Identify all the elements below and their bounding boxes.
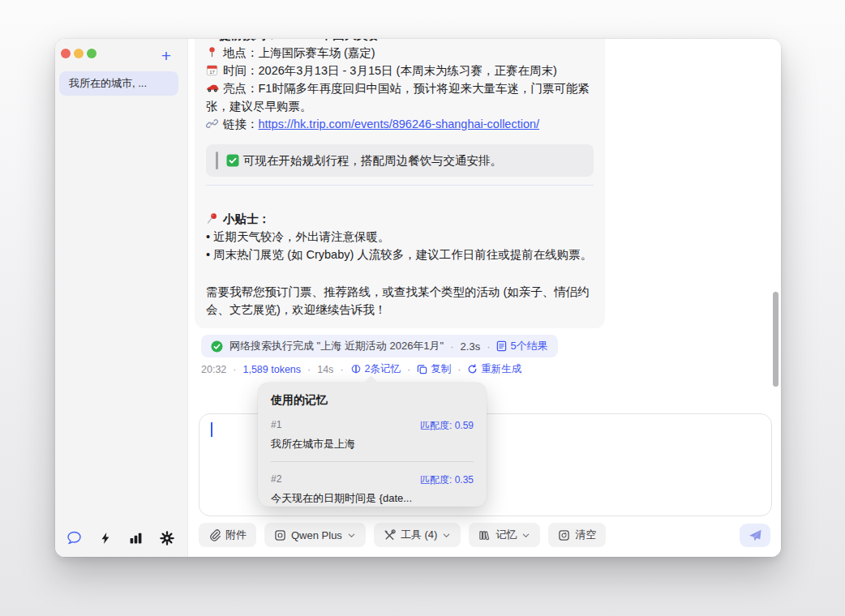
message-time: 20:32 <box>201 364 226 375</box>
memory-score: 匹配度: 0.59 <box>420 419 474 433</box>
used-memories-popup: 使用的记忆 #1 匹配度: 0.59 我所在城市是上海 #2 匹配度: 0.35… <box>258 383 487 507</box>
closing-paragraph: 需要我帮您预订门票、推荐路线，或查找某个类型的活动 (如亲子、情侣约会、文艺展览… <box>206 283 594 319</box>
search-duration: 2.3s <box>461 340 481 353</box>
tip-item: • 近期天气较冷，外出请注意保暖。 <box>206 228 594 246</box>
app-window: + 我所在的城市, ... 5. 提前预约：2026 F1中国大奖赛 地点：上海… <box>55 39 781 557</box>
calendar-icon: 17 <box>206 64 220 76</box>
stats-icon[interactable] <box>128 530 144 545</box>
model-icon <box>274 529 286 541</box>
memory-score: 匹配度: 0.35 <box>420 473 474 487</box>
event-link[interactable]: https://hk.trip.com/events/896246-shangh… <box>259 118 540 130</box>
gear-icon[interactable] <box>159 530 174 545</box>
composer-toolbar: 附件 Qwen Plus 工具 (4) 记忆 清空 <box>199 523 770 547</box>
attachment-button[interactable]: 附件 <box>199 523 256 547</box>
tools-button[interactable]: 工具 (4) <box>374 523 461 547</box>
web-search-status: 网络搜索执行完成 "上海 近期活动 2026年1月" · 2.3s · 5个结果 <box>201 335 558 357</box>
pushpin-icon <box>206 212 220 225</box>
chevron-down-icon <box>521 531 530 540</box>
memory-entry: #1 匹配度: 0.59 我所在城市是上海 <box>271 419 474 451</box>
send-button[interactable] <box>740 524 770 547</box>
minimize-window-button[interactable] <box>74 49 84 58</box>
chat-icon[interactable] <box>66 530 82 545</box>
paperclip-icon <box>208 529 221 541</box>
search-status-text: 网络搜索执行完成 "上海 近期活动 2026年1月" <box>229 339 444 353</box>
popup-divider <box>271 461 474 462</box>
quote-bar <box>216 152 218 169</box>
clear-button[interactable]: 清空 <box>548 523 606 547</box>
message-meta-row: 20:32 · 1,589 tokens · 14s · 2条记忆 · 复制 ·… <box>201 362 521 376</box>
message-time-line: 17时间：2026年3月13日 - 3月15日 (本周末为练习赛，正赛在周末) <box>206 62 594 79</box>
tips-section: 小贴士： • 近期天气较冷，外出请注意保暖。 • 周末热门展览 (如 Cryba… <box>206 210 594 263</box>
regenerate-button[interactable]: 重新生成 <box>467 362 521 376</box>
lightning-icon[interactable] <box>97 530 113 545</box>
check-badge-icon <box>226 154 239 167</box>
refresh-icon <box>467 364 478 374</box>
sidebar: + 我所在的城市, ... <box>55 39 188 557</box>
memories-used-button[interactable]: 2条记忆 <box>350 362 401 376</box>
text-caret <box>211 422 212 437</box>
svg-text:17: 17 <box>209 70 215 75</box>
search-results-link[interactable]: 5个结果 <box>496 339 547 353</box>
quote-text: 可现在开始规划行程，搭配周边餐饮与交通安排。 <box>226 152 502 169</box>
send-plane-icon <box>748 528 762 542</box>
memory-number: #2 <box>271 473 281 487</box>
generation-duration: 14s <box>317 364 333 375</box>
scrollbar-thumb[interactable] <box>773 292 779 387</box>
books-icon <box>478 529 491 541</box>
link-icon <box>206 118 220 130</box>
model-selector-button[interactable]: Qwen Plus <box>264 523 366 547</box>
pin-icon <box>206 46 220 58</box>
brain-icon <box>350 364 362 374</box>
race-car-icon <box>206 82 220 94</box>
tips-heading: 小贴士： <box>206 210 594 228</box>
memory-text: 今天现在的日期时间是 {date... <box>271 491 474 506</box>
document-icon <box>496 340 507 352</box>
tools-icon <box>384 529 396 541</box>
tip-item: • 周末热门展览 (如 Crybaby) 人流较多，建议工作日前往或提前在线购票… <box>206 246 594 263</box>
memory-entry: #2 匹配度: 0.35 今天现在的日期时间是 {date... <box>271 473 474 506</box>
message-highlight-line: 亮点：F1时隔多年再度回归中国站，预计将迎来大量车迷，门票可能紧张，建议尽早购票… <box>206 79 594 115</box>
close-window-button[interactable] <box>61 49 71 58</box>
sidebar-item-conversation[interactable]: 我所在的城市, ... <box>59 71 178 96</box>
message-link-line: 链接：https://hk.trip.com/events/896246-sha… <box>206 115 594 133</box>
memory-number: #1 <box>271 419 281 433</box>
copy-icon <box>417 364 427 374</box>
new-chat-button[interactable]: + <box>157 45 176 65</box>
message-divider <box>206 185 594 186</box>
sidebar-footer <box>66 530 174 545</box>
traffic-lights <box>61 49 97 58</box>
message-location-line: 地点：上海国际赛车场 (嘉定) <box>206 44 594 62</box>
clear-icon <box>558 529 570 541</box>
popup-title: 使用的记忆 <box>271 393 474 408</box>
message-quote: 可现在开始规划行程，搭配周边餐饮与交通安排。 <box>206 144 594 177</box>
zoom-window-button[interactable] <box>87 49 97 58</box>
chevron-down-icon <box>442 531 451 540</box>
copy-button[interactable]: 复制 <box>417 362 451 376</box>
memory-text: 我所在城市是上海 <box>271 437 474 451</box>
success-check-icon <box>211 340 223 353</box>
memory-button[interactable]: 记忆 <box>469 523 540 547</box>
assistant-message: 5. 提前预约：2026 F1中国大奖赛 地点：上海国际赛车场 (嘉定) 17时… <box>195 39 605 328</box>
chevron-down-icon <box>347 531 356 540</box>
token-count[interactable]: 1,589 tokens <box>242 364 301 375</box>
conversation-title: 我所在的城市, ... <box>69 76 147 91</box>
